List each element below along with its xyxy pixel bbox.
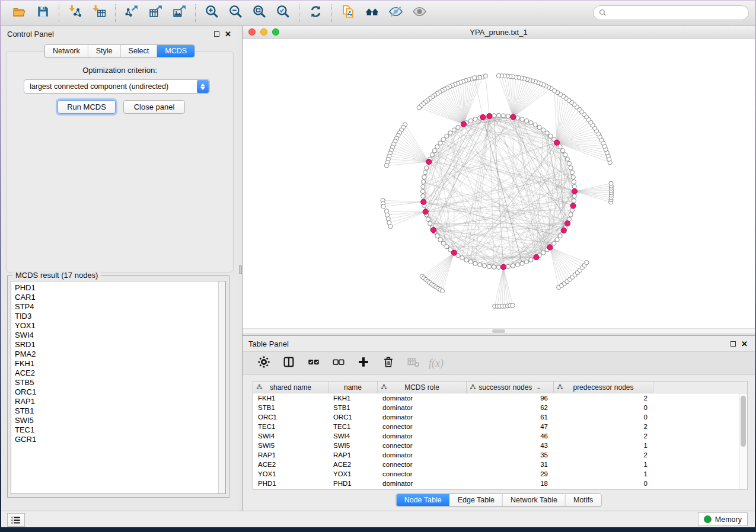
table-row[interactable]: TEC1TEC1connector472: [253, 422, 747, 431]
table-row[interactable]: ACE2ACE2connector311: [253, 460, 747, 469]
column-header-predecessor-nodes[interactable]: predecessor nodes: [554, 382, 653, 393]
zoom-selected-icon: [276, 4, 291, 21]
criterion-value: largest connected component (undirected): [24, 82, 197, 91]
shared-column-icon: [557, 384, 563, 392]
save-session-button[interactable]: [31, 3, 55, 23]
column-layout-button[interactable]: [279, 354, 298, 372]
mcds-result-item[interactable]: ORC1: [15, 387, 225, 397]
tab-mcds[interactable]: MCDS: [157, 45, 194, 57]
tab-style[interactable]: Style: [88, 45, 120, 57]
mcds-result-item[interactable]: STP4: [15, 302, 225, 312]
tab-node-table[interactable]: Node Table: [397, 494, 449, 506]
control-panel-header: Control Panel ✕: [1, 26, 238, 41]
splitter-handle[interactable]: [239, 265, 242, 274]
apply-preferred-layout-button[interactable]: [304, 3, 327, 23]
mcds-result-item[interactable]: STB1: [15, 406, 225, 416]
network-canvas[interactable]: [243, 39, 755, 328]
hide-selected-button[interactable]: [384, 3, 407, 23]
mcds-result-item[interactable]: ACE2: [15, 368, 225, 378]
column-header-MCDS-role[interactable]: MCDS role: [378, 382, 467, 393]
mcds-result-item[interactable]: TEC1: [15, 425, 225, 435]
mcds-result-item[interactable]: YOX1: [15, 321, 225, 331]
mcds-result-item[interactable]: SRD1: [15, 340, 225, 350]
table-row[interactable]: PHD1PHD1dominator180: [253, 479, 747, 488]
network-graph[interactable]: [243, 39, 755, 328]
close-panel-icon[interactable]: ✕: [741, 340, 748, 348]
first-neighbors-button[interactable]: [360, 3, 384, 23]
show-all-icon: [412, 4, 427, 21]
add-column-button[interactable]: [354, 354, 373, 372]
export-table-button[interactable]: [143, 3, 167, 23]
tab-motifs[interactable]: Motifs: [565, 494, 601, 506]
open-session-button[interactable]: [7, 3, 31, 23]
mcds-result-item[interactable]: GCR1: [15, 435, 225, 444]
search-input[interactable]: [610, 8, 743, 18]
apply-preferred-layout-icon: [308, 4, 323, 21]
table-cell: TEC1: [328, 422, 378, 431]
import-table-button[interactable]: [87, 3, 111, 23]
mcds-result-fieldset: MCDS result (17 nodes) PHD1CAR1STP4TID3Y…: [7, 275, 229, 498]
scrollbar-thumb[interactable]: [741, 396, 746, 447]
import-network-button[interactable]: [63, 3, 87, 23]
table-cell: connector: [378, 422, 467, 431]
table-row[interactable]: RAP1RAP1dominator352: [253, 450, 747, 460]
clone-network-button[interactable]: [336, 3, 360, 23]
column-header-successor-nodes[interactable]: successor nodes⌄: [467, 382, 554, 393]
deselect-all-button[interactable]: [329, 354, 348, 372]
show-all-button[interactable]: [407, 3, 431, 23]
mcds-result-item[interactable]: STB5: [15, 378, 225, 387]
tab-network-table[interactable]: Network Table: [502, 494, 565, 506]
table-cell: SWI4: [328, 431, 378, 441]
zoom-selected-button[interactable]: [271, 3, 295, 23]
search-field[interactable]: [593, 5, 749, 20]
network-horizontal-scrollbar[interactable]: [243, 328, 755, 333]
table-cell: SWI5: [328, 441, 378, 450]
select-all-button[interactable]: [304, 354, 323, 372]
table-cell: 35: [467, 450, 554, 460]
save-session-icon: [36, 4, 50, 21]
float-panel-icon[interactable]: [214, 31, 219, 37]
export-image-button[interactable]: [167, 3, 191, 23]
export-network-button[interactable]: [120, 3, 143, 23]
table-row[interactable]: ORC1ORC1dominator610: [253, 412, 747, 422]
table-cell: 2: [554, 422, 653, 431]
settings-button[interactable]: [254, 354, 273, 372]
task-history-button[interactable]: [7, 513, 25, 527]
close-panel-button[interactable]: Close panel: [123, 100, 185, 114]
run-mcds-button[interactable]: Run MCDS: [58, 100, 116, 114]
float-panel-icon[interactable]: [731, 341, 736, 347]
table-row[interactable]: SWI4SWI4dominator462: [253, 431, 747, 441]
node-table[interactable]: shared namenameMCDS rolesuccessor nodes⌄…: [253, 381, 748, 490]
table-cell: 1: [554, 441, 653, 450]
mcds-result-list[interactable]: PHD1CAR1STP4TID3YOX1SWI4SRD1PMA2FKH1ACE2…: [11, 281, 226, 494]
column-header-name[interactable]: name: [328, 382, 378, 393]
vertical-splitter[interactable]: [238, 26, 243, 511]
table-row[interactable]: FKH1FKH1dominator962: [253, 393, 747, 403]
close-panel-icon[interactable]: ✕: [225, 30, 231, 38]
criterion-select[interactable]: largest connected component (undirected): [24, 79, 210, 94]
tab-select[interactable]: Select: [120, 45, 157, 57]
table-row[interactable]: STB1STB1dominator620: [253, 403, 747, 412]
table-vertical-scrollbar[interactable]: [739, 393, 747, 489]
zoom-in-button[interactable]: [200, 3, 224, 23]
column-header-shared-name[interactable]: shared name: [253, 382, 328, 393]
table-cell: dominator: [378, 393, 467, 403]
select-all-icon: [307, 355, 320, 371]
mcds-result-item[interactable]: TID3: [15, 312, 225, 321]
table-row[interactable]: SWI5SWI5connector431: [253, 441, 747, 450]
tab-network[interactable]: Network: [45, 45, 88, 57]
mcds-result-item[interactable]: SWI5: [15, 416, 225, 425]
mcds-result-item[interactable]: CAR1: [15, 293, 225, 302]
tab-edge-table[interactable]: Edge Table: [449, 494, 502, 506]
mcds-result-item[interactable]: PHD1: [15, 283, 225, 293]
mcds-list-scrollbar[interactable]: [218, 281, 225, 493]
delete-column-button[interactable]: [379, 354, 398, 372]
table-row[interactable]: YOX1YOX1connector291: [253, 469, 747, 479]
mcds-result-item[interactable]: RAP1: [15, 397, 225, 406]
zoom-out-button[interactable]: [224, 3, 247, 23]
mcds-result-item[interactable]: PMA2: [15, 350, 225, 359]
mcds-result-item[interactable]: SWI4: [15, 331, 225, 340]
zoom-fit-button[interactable]: [247, 3, 271, 23]
memory-button[interactable]: Memory: [698, 512, 748, 526]
mcds-result-item[interactable]: FKH1: [15, 359, 225, 368]
